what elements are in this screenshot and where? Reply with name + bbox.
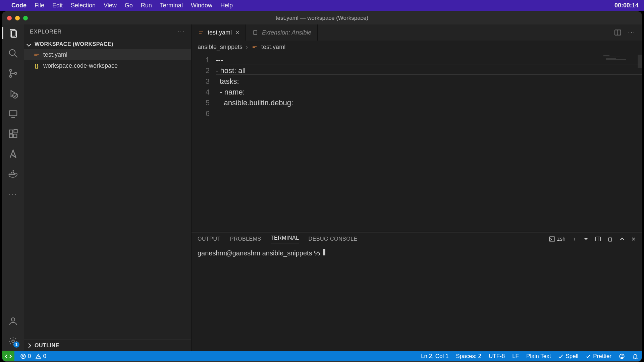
- status-feedback-icon[interactable]: [619, 353, 625, 359]
- status-cursor[interactable]: Ln 2, Col 1: [421, 353, 448, 360]
- editor-more-icon[interactable]: ···: [628, 29, 636, 36]
- status-warnings[interactable]: 0: [36, 353, 46, 360]
- panel-tab-terminal[interactable]: TERMINAL: [271, 235, 299, 243]
- svg-rect-23: [34, 54, 39, 54]
- yaml-file-icon: [33, 52, 40, 58]
- svg-rect-20: [13, 170, 14, 172]
- close-tab-icon[interactable]: ✕: [235, 29, 239, 36]
- maximize-panel-icon[interactable]: [619, 236, 625, 242]
- file-row-workspace[interactable]: {} workspace.code-workspace: [24, 60, 191, 71]
- menu-edit[interactable]: Edit: [52, 2, 63, 9]
- split-editor-icon[interactable]: [614, 29, 622, 36]
- menu-terminal[interactable]: Terminal: [160, 2, 183, 9]
- svg-point-47: [621, 356, 621, 356]
- menu-app[interactable]: Code: [11, 2, 26, 9]
- chevron-down-icon: [27, 41, 33, 47]
- status-eol[interactable]: LF: [512, 353, 519, 360]
- crumb-file[interactable]: test.yaml: [261, 44, 285, 51]
- svg-rect-33: [603, 57, 620, 57]
- tab-extension-ansible[interactable]: Extension: Ansible: [246, 24, 318, 41]
- menu-help[interactable]: Help: [220, 2, 233, 9]
- window-titlebar[interactable]: test.yaml — workspace (Workspace): [2, 12, 642, 24]
- status-prettier[interactable]: Prettier: [586, 353, 611, 360]
- yaml-file-icon: [251, 44, 258, 50]
- svg-rect-24: [34, 55, 37, 56]
- activity-account-icon[interactable]: [8, 316, 18, 326]
- terminal-output[interactable]: ganeshrn@ganeshrn ansible_snippets %: [192, 245, 642, 351]
- activity-remote-icon[interactable]: [8, 108, 18, 119]
- crumb-folder[interactable]: ansible_snippets: [198, 44, 243, 51]
- remote-indicator[interactable]: [2, 351, 14, 361]
- status-bar: 0 0 Ln 2, Col 1 Spaces: 2 UTF-8 LF Plain…: [2, 351, 642, 361]
- close-panel-icon[interactable]: ✕: [631, 236, 636, 242]
- terminal-cursor: [323, 249, 325, 255]
- outline-label: OUTLINE: [35, 343, 59, 349]
- svg-point-48: [623, 356, 623, 356]
- current-line-highlight: [216, 64, 642, 75]
- status-language[interactable]: Plain Text: [526, 353, 551, 360]
- menu-view[interactable]: View: [104, 2, 117, 9]
- overview-ruler[interactable]: [638, 55, 642, 68]
- svg-point-21: [11, 318, 15, 321]
- kill-terminal-icon[interactable]: [607, 236, 613, 242]
- activity-debug-icon[interactable]: [8, 88, 18, 99]
- line-gutter: 123456: [192, 53, 216, 232]
- activity-ansible-icon[interactable]: [8, 148, 18, 159]
- svg-rect-25: [199, 32, 203, 32]
- file-name: workspace.code-workspace: [43, 62, 118, 69]
- svg-rect-9: [9, 111, 17, 116]
- svg-rect-34: [606, 58, 616, 59]
- svg-point-8: [13, 93, 18, 98]
- activity-search-icon[interactable]: [8, 48, 18, 59]
- workspace-header[interactable]: WORKSPACE (WORKSPACE): [24, 39, 191, 49]
- outline-header[interactable]: OUTLINE: [24, 340, 191, 351]
- menu-window[interactable]: Window: [191, 2, 212, 9]
- settings-badge: 1: [13, 342, 19, 348]
- minimize-window-button[interactable]: [15, 16, 20, 20]
- sidebar-more-icon[interactable]: ···: [178, 29, 185, 35]
- status-spell[interactable]: Spell: [558, 353, 578, 360]
- tab-bar: test.yaml ✕ Extension: Ansible ···: [192, 24, 642, 41]
- activity-overflow-icon[interactable]: ···: [8, 189, 18, 199]
- menu-file[interactable]: File: [35, 2, 44, 9]
- yaml-file-icon: [198, 29, 204, 36]
- chevron-right-icon: [27, 343, 33, 349]
- maximize-window-button[interactable]: [23, 16, 28, 20]
- terminal-dropdown-icon[interactable]: [583, 236, 589, 242]
- status-encoding[interactable]: UTF-8: [489, 353, 505, 360]
- code-area[interactable]: ---- host: all tasks: - name: ansible.bu…: [216, 53, 642, 232]
- panel-tab-output[interactable]: OUTPUT: [198, 236, 221, 242]
- status-indent[interactable]: Spaces: 2: [456, 353, 481, 360]
- breadcrumb[interactable]: ansible_snippets › test.yaml: [192, 41, 642, 53]
- menu-go[interactable]: Go: [125, 2, 133, 9]
- close-window-button[interactable]: [7, 16, 12, 20]
- status-errors[interactable]: 0: [20, 353, 31, 360]
- panel-tabs: OUTPUT PROBLEMS TERMINAL DEBUG CONSOLE z…: [192, 233, 642, 245]
- menu-selection[interactable]: Selection: [71, 2, 96, 9]
- svg-point-22: [12, 340, 14, 343]
- svg-rect-18: [11, 172, 12, 173]
- traffic-lights: [2, 16, 28, 20]
- file-row-test-yaml[interactable]: test.yaml: [24, 49, 191, 60]
- json-file-icon: {}: [33, 63, 40, 69]
- panel-tab-debug[interactable]: DEBUG CONSOLE: [309, 236, 358, 242]
- terminal-shell-indicator[interactable]: zsh: [549, 236, 566, 242]
- menu-run[interactable]: Run: [141, 2, 152, 9]
- tab-test-yaml[interactable]: test.yaml ✕: [192, 24, 246, 41]
- activity-settings-icon[interactable]: 1: [8, 336, 18, 347]
- panel-tab-problems[interactable]: PROBLEMS: [230, 236, 261, 242]
- sidebar-explorer: EXPLORER ··· WORKSPACE (WORKSPACE) test.…: [24, 24, 192, 351]
- activity-explorer-icon[interactable]: [8, 28, 18, 39]
- activity-extensions-icon[interactable]: [8, 128, 18, 139]
- editor[interactable]: 123456 ---- host: all tasks: - name: ans…: [192, 53, 642, 232]
- svg-rect-14: [14, 130, 17, 133]
- minimap[interactable]: [603, 55, 640, 60]
- status-bell-icon[interactable]: [632, 353, 638, 359]
- svg-line-3: [14, 55, 17, 58]
- activity-bar: ··· 1: [2, 24, 24, 351]
- activity-docker-icon[interactable]: [8, 169, 18, 179]
- new-terminal-icon[interactable]: ＋: [572, 236, 577, 243]
- split-terminal-icon[interactable]: [595, 236, 601, 242]
- activity-scm-icon[interactable]: [8, 68, 18, 79]
- svg-point-2: [9, 50, 15, 56]
